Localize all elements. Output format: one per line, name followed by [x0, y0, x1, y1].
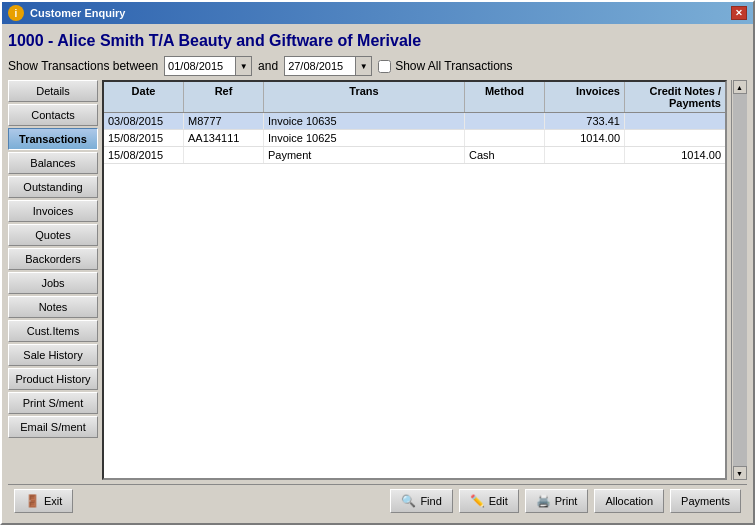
cell-method — [465, 130, 545, 146]
cell-date: 15/08/2015 — [104, 147, 184, 163]
exit-icon: 🚪 — [25, 494, 40, 508]
print-icon: 🖨️ — [536, 494, 551, 508]
cell-ref — [184, 147, 264, 163]
filter-label: Show Transactions between — [8, 59, 158, 73]
payments-button[interactable]: Payments — [670, 489, 741, 513]
col-header-date: Date — [104, 82, 184, 112]
customer-enquiry-window: i Customer Enquiry ✕ 1000 - Alice Smith … — [0, 0, 755, 525]
cell-trans: Invoice 10625 — [264, 130, 465, 146]
cell-date: 15/08/2015 — [104, 130, 184, 146]
scroll-down-button[interactable]: ▼ — [733, 466, 747, 480]
cell-credits: 1014.00 — [625, 147, 725, 163]
edit-label: Edit — [489, 495, 508, 507]
table-row[interactable]: 15/08/2015 AA134111 Invoice 10625 1014.0… — [104, 130, 725, 147]
and-label: and — [258, 59, 278, 73]
customer-title: 1000 - Alice Smith T/A Beauty and Giftwa… — [8, 30, 747, 52]
col-header-credits: Credit Notes / Payments — [625, 82, 725, 112]
date-to-input[interactable] — [285, 59, 355, 73]
window-title: Customer Enquiry — [30, 7, 125, 19]
date-to-field[interactable]: ▼ — [284, 56, 372, 76]
scrollbar: ▲ ▼ — [731, 80, 747, 480]
exit-label: Exit — [44, 495, 62, 507]
print-label: Print — [555, 495, 578, 507]
table-row[interactable]: 15/08/2015 Payment Cash 1014.00 — [104, 147, 725, 164]
allocation-button[interactable]: Allocation — [594, 489, 664, 513]
content-area: 1000 - Alice Smith T/A Beauty and Giftwa… — [2, 24, 753, 523]
show-all-label: Show All Transactions — [395, 59, 512, 73]
find-button[interactable]: 🔍 Find — [390, 489, 452, 513]
sidebar-item-balances[interactable]: Balances — [8, 152, 98, 174]
table-container: Date Ref Trans Method Invoices Credit No… — [102, 80, 727, 480]
table-header: Date Ref Trans Method Invoices Credit No… — [104, 82, 725, 113]
scroll-track[interactable] — [733, 94, 747, 466]
cell-trans: Payment — [264, 147, 465, 163]
cell-trans: Invoice 10635 — [264, 113, 465, 129]
cell-method: Cash — [465, 147, 545, 163]
exit-button[interactable]: 🚪 Exit — [14, 489, 73, 513]
date-from-input[interactable] — [165, 59, 235, 73]
cell-date: 03/08/2015 — [104, 113, 184, 129]
find-icon: 🔍 — [401, 494, 416, 508]
sidebar-item-details[interactable]: Details — [8, 80, 98, 102]
show-all-checkbox[interactable] — [378, 60, 391, 73]
sidebar-item-quotes[interactable]: Quotes — [8, 224, 98, 246]
cell-invoices — [545, 147, 625, 163]
cell-ref: M8777 — [184, 113, 264, 129]
sidebar-item-cust-items[interactable]: Cust.Items — [8, 320, 98, 342]
main-body: Details Contacts Transactions Balances O… — [8, 80, 747, 480]
col-header-ref: Ref — [184, 82, 264, 112]
sidebar: Details Contacts Transactions Balances O… — [8, 80, 98, 480]
cell-ref: AA134111 — [184, 130, 264, 146]
sidebar-item-email-sment[interactable]: Email S/ment — [8, 416, 98, 438]
filter-row: Show Transactions between ▼ and ▼ Show A… — [8, 56, 747, 76]
sidebar-item-product-history[interactable]: Product History — [8, 368, 98, 390]
col-header-invoices: Invoices — [545, 82, 625, 112]
allocation-label: Allocation — [605, 495, 653, 507]
show-all-row: Show All Transactions — [378, 59, 512, 73]
sidebar-item-outstanding[interactable]: Outstanding — [8, 176, 98, 198]
date-to-dropdown[interactable]: ▼ — [355, 57, 371, 75]
title-bar: i Customer Enquiry ✕ — [2, 2, 753, 24]
sidebar-item-backorders[interactable]: Backorders — [8, 248, 98, 270]
title-bar-left: i Customer Enquiry — [8, 5, 125, 21]
sidebar-item-sale-history[interactable]: Sale History — [8, 344, 98, 366]
footer-bar: 🚪 Exit 🔍 Find ✏️ Edit 🖨️ Print Allocatio… — [8, 484, 747, 517]
cell-credits — [625, 130, 725, 146]
col-header-trans: Trans — [264, 82, 465, 112]
edit-icon: ✏️ — [470, 494, 485, 508]
date-from-dropdown[interactable]: ▼ — [235, 57, 251, 75]
date-from-field[interactable]: ▼ — [164, 56, 252, 76]
sidebar-item-invoices[interactable]: Invoices — [8, 200, 98, 222]
sidebar-item-jobs[interactable]: Jobs — [8, 272, 98, 294]
col-header-method: Method — [465, 82, 545, 112]
sidebar-item-transactions[interactable]: Transactions — [8, 128, 98, 150]
close-button[interactable]: ✕ — [731, 6, 747, 20]
cell-method — [465, 113, 545, 129]
print-button[interactable]: 🖨️ Print — [525, 489, 589, 513]
scroll-up-button[interactable]: ▲ — [733, 80, 747, 94]
cell-invoices: 733.41 — [545, 113, 625, 129]
window-icon: i — [8, 5, 24, 21]
cell-credits — [625, 113, 725, 129]
table-body: 03/08/2015 M8777 Invoice 10635 733.41 15… — [104, 113, 725, 478]
table-row[interactable]: 03/08/2015 M8777 Invoice 10635 733.41 — [104, 113, 725, 130]
cell-invoices: 1014.00 — [545, 130, 625, 146]
payments-label: Payments — [681, 495, 730, 507]
find-label: Find — [420, 495, 441, 507]
sidebar-item-notes[interactable]: Notes — [8, 296, 98, 318]
sidebar-item-contacts[interactable]: Contacts — [8, 104, 98, 126]
sidebar-item-print-sment[interactable]: Print S/ment — [8, 392, 98, 414]
edit-button[interactable]: ✏️ Edit — [459, 489, 519, 513]
